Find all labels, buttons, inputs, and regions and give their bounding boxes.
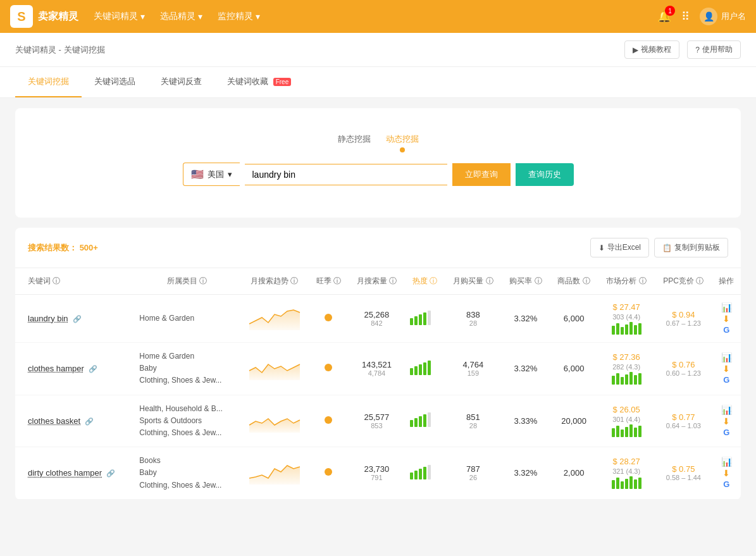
heat-bar bbox=[414, 316, 418, 325]
market-bar bbox=[625, 374, 628, 385]
heat-bars bbox=[410, 414, 440, 427]
chart-icon[interactable]: 📊 bbox=[721, 457, 732, 467]
cell-monthly-search: 25,268 842 bbox=[349, 295, 406, 343]
buy-rate-value: 3.32% bbox=[514, 364, 537, 373]
search-vol: 23,730 bbox=[354, 464, 400, 474]
chart-icon[interactable]: 📊 bbox=[721, 302, 732, 312]
logo: S 卖家精灵 bbox=[10, 5, 78, 28]
cell-keyword: laundry bin 🔗 bbox=[15, 295, 134, 343]
season-dot bbox=[325, 364, 332, 371]
download-icon[interactable]: ⬇ bbox=[722, 314, 730, 324]
cell-monthly-buy: 4,764 159 bbox=[445, 343, 502, 395]
export-excel-button[interactable]: ⬇ 导出Excel bbox=[590, 238, 649, 257]
static-toggle[interactable]: 静态挖掘 bbox=[338, 133, 371, 152]
chart-icon[interactable]: 📊 bbox=[721, 405, 732, 415]
query-button[interactable]: 立即查询 bbox=[452, 163, 511, 186]
user-menu[interactable]: 👤 用户名 bbox=[700, 8, 746, 25]
th-market: 市场分析 ⓘ bbox=[598, 268, 655, 295]
nav-item-selection[interactable]: 选品精灵 ▾ bbox=[160, 11, 202, 22]
cell-goods-count: 6,000 bbox=[550, 295, 598, 343]
tab-keyword-reverse[interactable]: 关键词反查 bbox=[148, 67, 214, 97]
tab-keyword-collect[interactable]: 关键词收藏 Free bbox=[214, 67, 304, 97]
header-right: 🔔 1 ⠿ 👤 用户名 bbox=[657, 8, 746, 25]
download-icon[interactable]: ⬇ bbox=[722, 468, 730, 478]
market-price: $ 28.27 bbox=[612, 457, 640, 466]
cell-season bbox=[309, 395, 349, 447]
chart-icon[interactable]: 📊 bbox=[721, 352, 732, 362]
th-keyword: 关键词 ⓘ bbox=[15, 268, 134, 295]
th-monthly-buy: 月购买量 ⓘ bbox=[445, 268, 502, 295]
category-text: Health, Household & B...Sports & Outdoor… bbox=[139, 403, 235, 440]
market-bar bbox=[629, 322, 633, 335]
google-icon[interactable]: G bbox=[723, 428, 729, 437]
heat-bar bbox=[410, 318, 413, 325]
market-price: $ 27.36 bbox=[612, 352, 640, 362]
keyword-link[interactable]: laundry bin bbox=[28, 314, 68, 323]
external-link-icon[interactable]: 🔗 bbox=[89, 365, 97, 373]
country-select[interactable]: 🇺🇸 美国 ▾ bbox=[183, 163, 240, 186]
bell-badge: 1 bbox=[665, 6, 675, 16]
heat-bar bbox=[428, 465, 431, 479]
tab-keyword-mining[interactable]: 关键词挖掘 bbox=[15, 67, 82, 97]
market-bar bbox=[612, 428, 615, 437]
google-icon[interactable]: G bbox=[723, 325, 729, 335]
grid-button[interactable]: ⠿ bbox=[681, 9, 690, 23]
download-icon[interactable]: ⬇ bbox=[722, 364, 730, 374]
keyword-link[interactable]: clothes basket bbox=[28, 416, 80, 426]
dynamic-toggle[interactable]: 动态挖掘 bbox=[386, 133, 419, 152]
heat-bar bbox=[419, 469, 422, 479]
cell-goods-count: 6,000 bbox=[550, 343, 598, 395]
th-ppc: PPC竞价 ⓘ bbox=[655, 268, 712, 295]
cell-buy-rate: 3.32% bbox=[502, 295, 550, 343]
market-bars bbox=[612, 372, 641, 385]
copy-clipboard-button[interactable]: 📋 复制到剪贴板 bbox=[654, 238, 728, 257]
buy-sub: 28 bbox=[450, 422, 497, 429]
help-button[interactable]: ? 使用帮助 bbox=[687, 40, 741, 59]
download-icon[interactable]: ⬇ bbox=[722, 416, 730, 426]
chevron-down-icon: ▾ bbox=[256, 11, 260, 22]
market-bar bbox=[629, 476, 633, 489]
market-bar bbox=[638, 478, 641, 489]
trend-chart bbox=[249, 355, 300, 380]
external-link-icon[interactable]: 🔗 bbox=[73, 315, 82, 323]
search-input[interactable] bbox=[245, 164, 447, 185]
buy-vol: 787 bbox=[450, 464, 497, 474]
cell-market: $ 28.27 321 (4.3) bbox=[598, 447, 655, 500]
google-icon[interactable]: G bbox=[723, 375, 729, 385]
history-button[interactable]: 查询历史 bbox=[516, 163, 574, 186]
logo-s: S bbox=[17, 9, 25, 24]
market-bar bbox=[621, 327, 624, 335]
category-text: Home & GardenBabyClothing, Shoes & Jew..… bbox=[139, 350, 235, 387]
search-sub: 791 bbox=[354, 474, 400, 481]
goods-num: 6,000 bbox=[564, 364, 585, 373]
keyword-link[interactable]: clothes hamper bbox=[28, 364, 84, 373]
heat-bar bbox=[414, 471, 418, 479]
cell-monthly-buy: 851 28 bbox=[445, 395, 502, 447]
chevron-down-icon: ▾ bbox=[228, 170, 232, 179]
cell-monthly-search: 143,521 4,784 bbox=[349, 343, 406, 395]
video-tutorial-button[interactable]: ▶ 视频教程 bbox=[624, 40, 679, 59]
external-link-icon[interactable]: 🔗 bbox=[85, 417, 94, 425]
market-bar bbox=[612, 376, 615, 385]
results-section: 搜索结果数： 500+ ⬇ 导出Excel 📋 复制到剪贴板 关键词 ⓘ bbox=[15, 228, 741, 500]
external-link-icon[interactable]: 🔗 bbox=[106, 469, 115, 477]
th-buy-rate: 购买率 ⓘ bbox=[502, 268, 550, 295]
nav-item-keyword[interactable]: 关键词精灵 ▾ bbox=[94, 11, 145, 22]
th-season: 旺季 ⓘ bbox=[309, 268, 349, 295]
nav-item-monitor[interactable]: 监控精灵 ▾ bbox=[218, 11, 260, 22]
cell-buy-rate: 3.32% bbox=[502, 447, 550, 500]
buy-sub: 28 bbox=[450, 319, 497, 327]
results-header: 搜索结果数： 500+ ⬇ 导出Excel 📋 复制到剪贴板 bbox=[15, 228, 741, 268]
market-bar bbox=[625, 479, 628, 489]
market-bar bbox=[621, 429, 624, 437]
cell-ppc: $ 0.94 0.67 – 1.23 bbox=[655, 295, 712, 343]
market-bar bbox=[625, 427, 628, 437]
bell-button[interactable]: 🔔 1 bbox=[657, 9, 671, 23]
ops-icons: 📊 ⬇ G bbox=[717, 302, 736, 335]
heat-bar bbox=[419, 314, 422, 325]
cell-trend bbox=[240, 447, 309, 500]
trend-chart bbox=[249, 459, 300, 485]
keyword-link[interactable]: dirty clothes hamper bbox=[28, 468, 102, 478]
google-icon[interactable]: G bbox=[723, 479, 729, 489]
tab-keyword-selection[interactable]: 关键词选品 bbox=[82, 67, 148, 97]
